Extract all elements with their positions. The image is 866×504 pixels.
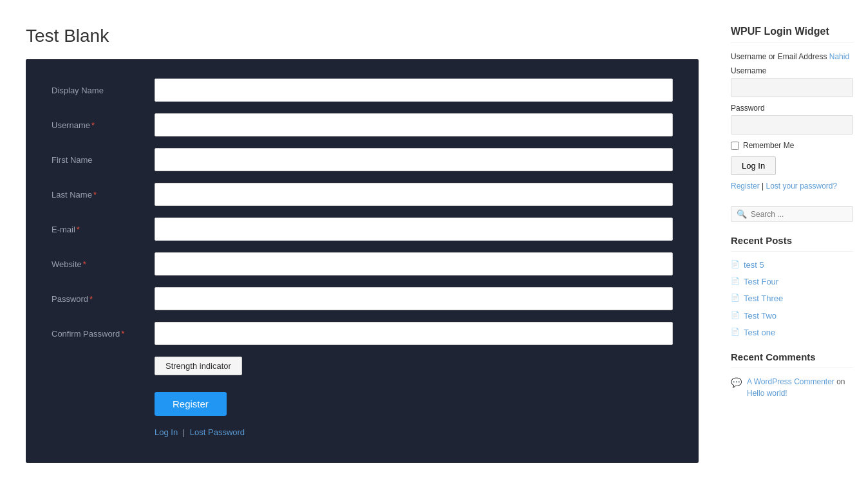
sidebar-username-input[interactable] [731,78,853,97]
first-name-label: First Name [52,155,155,165]
website-input[interactable] [155,252,673,275]
website-row: Website* [52,252,673,275]
email-required: * [77,225,80,234]
username-note-value: Nahid [829,52,849,61]
password-input[interactable] [155,287,673,310]
email-label: E-mail* [52,225,155,234]
search-icon: 🔍 [737,209,747,219]
recent-post-item: 📄 Test one [731,327,853,339]
display-name-input[interactable] [155,79,673,102]
lost-password-link[interactable]: Lost Password [190,427,245,437]
confirm-password-required: * [121,329,124,339]
post-link[interactable]: Test Four [744,276,778,288]
comment-text: A WordPress Commenter on Hello world! [747,376,853,399]
username-label: Username* [52,120,155,130]
page-title: Test Blank [26,26,699,46]
sidebar: WPUF Login Widget Username or Email Addr… [724,13,866,476]
registration-form: Display Name Username* First Name Last N… [26,59,699,463]
password-row: Password* [52,287,673,310]
post-icon: 📄 [731,277,740,285]
log-in-link[interactable]: Log In [155,427,178,437]
password-required: * [89,294,93,304]
last-name-label: Last Name* [52,190,155,200]
recent-comments-title: Recent Comments [731,351,853,368]
widget-title: WPUF Login Widget [731,26,853,43]
remember-me-wrapper: Remember Me [731,141,853,150]
remember-me-label: Remember Me [743,141,794,150]
recent-post-item: 📄 Test Four [731,276,853,288]
login-widget: WPUF Login Widget Username or Email Addr… [731,26,853,191]
register-button-wrapper: Register [52,392,673,416]
post-link[interactable]: Test Three [744,293,783,304]
password-label: Password* [52,294,155,304]
sidebar-password-input[interactable] [731,115,853,135]
post-icon: 📄 [731,328,740,336]
first-name-input[interactable] [155,148,673,171]
link-separator: | [183,427,185,437]
register-button[interactable]: Register [155,392,227,416]
username-email-note: Username or Email Address Nahid [731,52,853,61]
last-name-required: * [93,190,97,200]
sidebar-login-button[interactable]: Log In [731,156,776,175]
recent-post-item: 📄 test 5 [731,259,853,271]
confirm-password-row: Confirm Password* [52,322,673,345]
sidebar-username-label: Username [731,66,853,75]
recent-posts-widget: Recent Posts 📄 test 5 📄 Test Four 📄 Test… [731,235,853,339]
sidebar-lost-password-link[interactable]: Lost your password? [766,182,837,191]
username-row: Username* [52,113,673,136]
last-name-input[interactable] [155,183,673,206]
sidebar-password-label: Password [731,104,853,113]
strength-indicator: Strength indicator [155,357,242,375]
form-footer-links: Log In | Lost Password [155,427,673,437]
post-link[interactable]: Test Two [744,310,777,322]
post-icon: 📄 [731,294,740,302]
search-box: 🔍 [731,206,853,222]
strength-indicator-wrapper: Strength indicator [52,357,673,384]
username-input[interactable] [155,113,673,136]
recent-post-item: 📄 Test Three [731,293,853,304]
last-name-row: Last Name* [52,183,673,206]
post-icon: 📄 [731,260,740,268]
email-row: E-mail* [52,218,673,241]
sidebar-register-link[interactable]: Register [731,182,760,191]
post-link[interactable]: Test one [744,327,775,339]
website-required: * [83,259,86,269]
comment-author-link[interactable]: A WordPress Commenter [747,377,834,386]
recent-comments-widget: Recent Comments 💬 A WordPress Commenter … [731,351,853,399]
comment-item: 💬 A WordPress Commenter on Hello world! [731,376,853,399]
email-input[interactable] [155,218,673,241]
sidebar-auth-links: Register | Lost your password? [731,182,853,191]
display-name-row: Display Name [52,79,673,102]
recent-post-item: 📄 Test Two [731,310,853,322]
recent-posts-title: Recent Posts [731,235,853,252]
recent-comments-list: 💬 A WordPress Commenter on Hello world! [731,376,853,399]
website-label: Website* [52,259,155,269]
display-name-label: Display Name [52,86,155,95]
comment-bubble-icon: 💬 [731,377,742,387]
comment-post-link[interactable]: Hello world! [747,389,787,398]
post-icon: 📄 [731,311,740,319]
search-input[interactable] [751,210,847,219]
recent-posts-list: 📄 test 5 📄 Test Four 📄 Test Three 📄 Test… [731,259,853,339]
username-required: * [91,120,95,130]
post-link[interactable]: test 5 [744,259,764,271]
remember-me-checkbox[interactable] [731,142,739,150]
confirm-password-label: Confirm Password* [52,329,155,339]
first-name-row: First Name [52,148,673,171]
confirm-password-input[interactable] [155,322,673,345]
